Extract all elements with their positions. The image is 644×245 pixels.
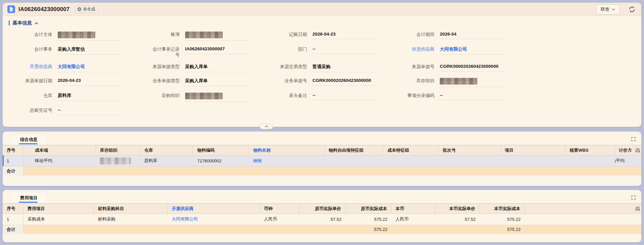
tab-summary-info[interactable]: 综合信息 xyxy=(11,134,46,145)
field-value: 普通采购 xyxy=(312,62,377,72)
field-value: 原料库 xyxy=(57,91,122,101)
col-header-material-code[interactable]: 物料编码 xyxy=(193,145,249,155)
column-settings-icon[interactable] xyxy=(635,206,640,211)
col-header-billing-supplier[interactable]: 开票供应商 xyxy=(168,204,260,213)
section-accent-bar xyxy=(9,20,10,26)
field-value: 2026-04-23 xyxy=(312,30,377,39)
form-field: 业务单据类型 采购入库单 xyxy=(140,77,268,87)
active-tab-indicator xyxy=(19,143,38,144)
cell-expense-item: 采购成本 xyxy=(23,214,94,225)
summary-table-row[interactable]: 1 移动平均 原料库 7176000002 钢板 移动平均 xyxy=(3,155,641,166)
form-field: 部门 -- xyxy=(268,45,395,58)
summary-table-header: 序号 成本域 库存组织 仓库 物料编码 物料名称 物料自由项特征组 成本特征组 … xyxy=(3,145,641,155)
field-value: -- xyxy=(312,91,377,100)
section-title: 基本信息 xyxy=(12,20,32,26)
col-header-material-name[interactable]: 物料名称 xyxy=(249,145,325,155)
basic-info-section-toggle[interactable]: 基本信息 xyxy=(3,16,641,28)
form-field: 开票供应商 大同有限公司 xyxy=(13,62,140,72)
form-field: 会计事务 采购入库暂估 xyxy=(13,45,140,58)
field-label: 会计主体 xyxy=(13,30,52,38)
redacted-value xyxy=(185,93,223,99)
col-header-cost-feature-group[interactable]: 成本特征组 xyxy=(383,145,439,155)
cell-batch-no xyxy=(439,155,501,166)
col-header-local-currency[interactable]: 本币 xyxy=(391,204,435,213)
cell-local-unit-price: 57.52 xyxy=(435,214,480,225)
col-header-orig-cost[interactable]: 原币实际成本 xyxy=(345,204,391,213)
col-header-seq[interactable]: 序号 xyxy=(3,145,23,155)
cell-free-item-group xyxy=(325,155,383,166)
form-field: 记账日期 2026-04-23 xyxy=(268,30,395,41)
billing-supplier-link[interactable]: 大同有限公司 xyxy=(168,214,260,225)
cell-local-cost: 575.22 xyxy=(480,214,525,225)
col-header-warehouse[interactable]: 仓库 xyxy=(140,145,193,155)
redacted-value xyxy=(440,78,477,85)
field-value xyxy=(57,30,122,41)
field-value: CGRK000020260423000000 xyxy=(439,62,504,71)
col-header-wbs[interactable]: 核算WBS xyxy=(566,145,615,155)
field-value: CGRK000020260423000000 xyxy=(312,77,377,86)
form-field: 来源交易类型 普通采购 xyxy=(268,62,395,72)
cell-wbs xyxy=(566,155,615,166)
field-label: 部门 xyxy=(268,45,307,52)
field-label: 账簿 xyxy=(140,30,180,38)
col-header-cost-domain[interactable]: 成本域 xyxy=(23,145,96,155)
field-value xyxy=(184,30,249,41)
cell-purchase-account: 材料采购 xyxy=(94,214,168,225)
linked-query-label: 联查 xyxy=(601,6,609,12)
status-badge: 未生成 xyxy=(75,6,99,13)
field-value xyxy=(439,77,504,87)
fullscreen-icon[interactable] xyxy=(631,137,636,142)
field-label: 来源交易类型 xyxy=(268,62,307,70)
form-field: 供货供应商 大同有限公司 xyxy=(395,45,522,58)
fullscreen-icon[interactable] xyxy=(631,195,636,200)
cell-seq: 1 xyxy=(3,214,23,225)
supplier-link[interactable]: 大同有限公司 xyxy=(439,45,504,55)
form-field: 采购组织 xyxy=(140,91,268,102)
col-header-currency[interactable]: 币种 xyxy=(260,204,299,213)
refresh-button[interactable] xyxy=(628,5,636,13)
form-field: 会计事务记录 号 IA06260423000007 xyxy=(140,45,268,58)
form-field: 来源单据日期 2026-04-23 xyxy=(13,77,140,87)
col-header-project[interactable]: 项目 xyxy=(501,145,566,155)
col-header-inventory-org[interactable]: 库存组织 xyxy=(96,145,140,155)
linked-query-button[interactable]: 联查 xyxy=(596,4,620,14)
col-header-local-cost[interactable]: 本币实际成本 xyxy=(480,204,525,213)
redacted-value xyxy=(185,32,223,38)
tab-label: 费用项目 xyxy=(20,195,38,201)
total-label: 合计 xyxy=(3,225,23,234)
column-settings-icon[interactable] xyxy=(635,148,640,153)
expense-table-row[interactable]: 1 采购成本 材料采购 大同有限公司 人民币 57.52 575.22 人民币 … xyxy=(3,214,641,225)
form-field: 表头备注 -- xyxy=(268,91,395,102)
billing-supplier-link[interactable]: 大同有限公司 xyxy=(57,62,122,72)
field-value xyxy=(184,91,249,102)
form-field: 库存组织 xyxy=(395,77,522,87)
tab-expense-items[interactable]: 费用项目 xyxy=(11,192,46,203)
erp-voucher-page: IA06260423000007 未生成 联查 xyxy=(0,0,644,245)
expense-panel: 费用项目 序号 费用项目 材料采购科目 开票供应商 币种 原币实际单价 原币实际… xyxy=(3,190,641,242)
expense-tabstrip: 费用项目 xyxy=(3,190,641,203)
document-titlebar: IA06260423000007 未生成 联查 xyxy=(3,3,641,16)
col-header-seq[interactable]: 序号 xyxy=(3,204,23,213)
form-field: 业务单据号 CGRK000020260423000000 xyxy=(268,77,395,87)
cell-local-currency: 人民币 xyxy=(391,214,435,225)
field-label: 业务单据号 xyxy=(268,77,307,84)
collapse-panel-button[interactable] xyxy=(260,124,273,129)
col-header-local-unit-price[interactable]: 本币实际单价 xyxy=(435,204,480,213)
summary-panel: 综合信息 序号 成本域 库存组织 仓库 物料编码 物料名称 物料自由项特征组 成… xyxy=(3,132,641,186)
form-field: 来源单据号 CGRK000020260423000000 xyxy=(395,62,522,72)
form-field: 会计主体 xyxy=(13,30,140,41)
document-icon xyxy=(7,5,15,13)
not-generated-icon xyxy=(77,7,82,11)
col-header-orig-unit-price[interactable]: 原币实际单价 xyxy=(299,204,345,213)
material-name-link[interactable]: 钢板 xyxy=(249,155,325,166)
col-header-free-item-group[interactable]: 物料自由项特征组 xyxy=(325,145,383,155)
col-header-purchase-account[interactable]: 材料采购科目 xyxy=(94,204,168,213)
total-orig-cost: 575.22 xyxy=(345,225,391,234)
document-panel: IA06260423000007 未生成 联查 xyxy=(3,3,641,127)
cell-cost-domain: 移动平均 xyxy=(23,155,96,166)
form-field: 事项分录编码 -- xyxy=(395,91,522,102)
col-header-batch-no[interactable]: 批次号 xyxy=(439,145,501,155)
field-label: 供货供应商 xyxy=(395,45,434,52)
col-header-expense-item[interactable]: 费用项目 xyxy=(23,204,94,213)
field-value: -- xyxy=(57,106,122,115)
